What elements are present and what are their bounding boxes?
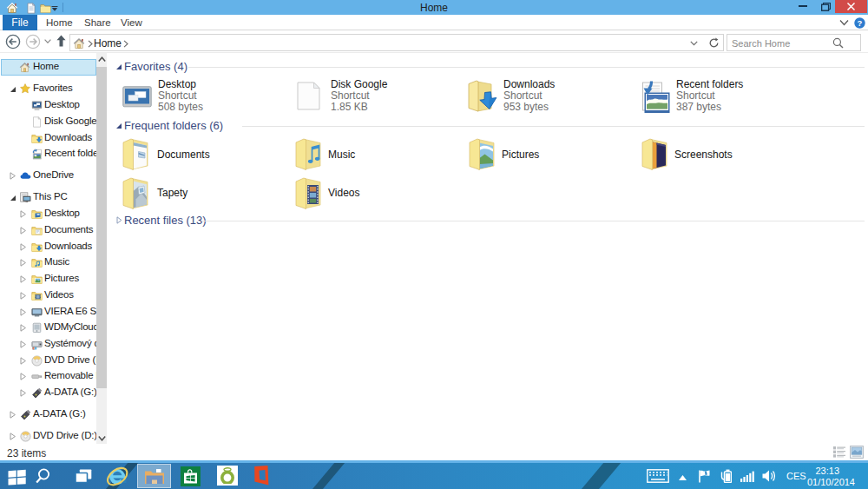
svg-text:?: ? — [858, 18, 863, 28]
